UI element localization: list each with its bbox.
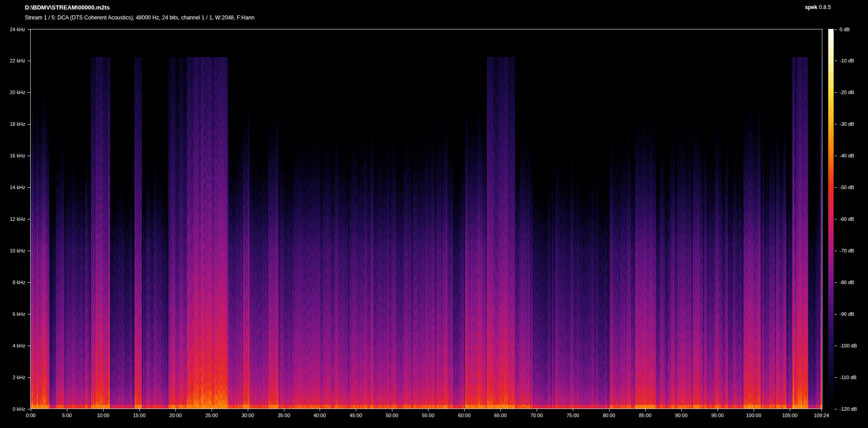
time-tick bbox=[320, 409, 320, 411]
time-tick-label: 30:00 bbox=[233, 412, 262, 418]
db-tick-label: -50 dB bbox=[840, 184, 854, 190]
db-colorbar bbox=[828, 29, 834, 409]
time-tick-label: 40:00 bbox=[305, 412, 334, 418]
db-tick-label: -80 dB bbox=[840, 279, 854, 285]
db-tick bbox=[835, 314, 837, 314]
db-tick-label: -70 dB bbox=[840, 247, 854, 254]
time-tick bbox=[139, 409, 140, 411]
freq-tick-label: 22 kHz bbox=[0, 57, 25, 64]
time-tick-label: 15:00 bbox=[125, 412, 154, 418]
freq-tick bbox=[28, 124, 30, 124]
time-tick bbox=[428, 409, 429, 411]
time-tick bbox=[537, 409, 537, 411]
time-tick-label: 20:00 bbox=[161, 412, 190, 418]
freq-tick bbox=[28, 219, 30, 219]
db-tick-label: -20 dB bbox=[840, 89, 854, 95]
time-tick bbox=[284, 409, 284, 411]
time-tick-label: 65:00 bbox=[486, 412, 515, 418]
db-tick bbox=[835, 61, 837, 61]
time-tick bbox=[790, 409, 790, 411]
time-tick bbox=[609, 409, 609, 411]
freq-tick bbox=[28, 156, 30, 156]
time-tick bbox=[681, 409, 682, 411]
freq-tick-label: 6 kHz bbox=[0, 311, 25, 317]
db-tick-label: -100 dB bbox=[840, 342, 857, 349]
freq-tick-label: 0 kHz bbox=[0, 406, 25, 412]
db-tick-label: -60 dB bbox=[840, 216, 854, 222]
freq-tick-label: 24 kHz bbox=[0, 26, 25, 33]
time-tick bbox=[754, 409, 754, 411]
time-tick bbox=[392, 409, 392, 411]
time-tick-label: 60:00 bbox=[450, 412, 479, 418]
freq-tick-label: 20 kHz bbox=[0, 89, 25, 95]
time-tick bbox=[821, 409, 822, 411]
freq-tick-label: 18 kHz bbox=[0, 121, 25, 127]
db-tick bbox=[835, 282, 837, 283]
time-tick bbox=[175, 409, 176, 411]
freq-tick bbox=[28, 377, 30, 378]
db-tick-label: -110 dB bbox=[840, 374, 857, 380]
spectrogram-canvas bbox=[31, 29, 822, 409]
file-path-title: D:\BDMV\STREAM\00000.m2ts bbox=[25, 4, 110, 11]
time-tick-label: 55:00 bbox=[414, 412, 443, 418]
time-tick bbox=[645, 409, 646, 411]
db-tick bbox=[835, 219, 837, 219]
db-tick-label: 0 dB bbox=[840, 26, 850, 33]
time-tick-label: 75:00 bbox=[558, 412, 587, 418]
time-tick-label: 70:00 bbox=[522, 412, 551, 418]
app-version: spek 0.8.5 bbox=[805, 4, 831, 10]
time-tick bbox=[500, 409, 501, 411]
time-tick bbox=[573, 409, 573, 411]
time-tick-label: 10:00 bbox=[89, 412, 118, 418]
time-tick-label: 50:00 bbox=[377, 412, 406, 418]
freq-tick-label: 8 kHz bbox=[0, 279, 25, 285]
freq-tick bbox=[28, 409, 30, 409]
time-tick-label: 80:00 bbox=[594, 412, 623, 418]
time-tick bbox=[717, 409, 718, 411]
freq-tick bbox=[28, 251, 30, 251]
db-tick bbox=[835, 251, 837, 251]
freq-tick-label: 2 kHz bbox=[0, 374, 25, 380]
freq-tick bbox=[28, 282, 30, 283]
db-tick-label: -40 dB bbox=[840, 152, 854, 159]
freq-tick bbox=[28, 29, 30, 30]
app-name: spek bbox=[805, 4, 817, 10]
time-tick-label: 95:00 bbox=[703, 412, 732, 418]
db-tick bbox=[835, 124, 837, 124]
time-tick bbox=[212, 409, 212, 411]
time-tick bbox=[356, 409, 356, 411]
time-tick-label: 0:00 bbox=[16, 412, 45, 418]
time-tick-label: 25:00 bbox=[197, 412, 226, 418]
db-tick-label: -30 dB bbox=[840, 121, 854, 127]
time-tick-label: 35:00 bbox=[269, 412, 298, 418]
time-tick-label: 45:00 bbox=[341, 412, 370, 418]
spectrogram-plot-area bbox=[30, 29, 822, 409]
time-tick-label: 105:00 bbox=[775, 412, 804, 418]
db-tick bbox=[835, 346, 837, 346]
freq-tick-label: 10 kHz bbox=[0, 247, 25, 254]
freq-tick bbox=[28, 346, 30, 346]
freq-tick-label: 12 kHz bbox=[0, 216, 25, 222]
time-tick bbox=[103, 409, 104, 411]
stream-info-text: Stream 1 / 5: DCA (DTS Coherent Acoustic… bbox=[25, 14, 255, 21]
freq-tick-label: 16 kHz bbox=[0, 152, 25, 159]
freq-tick bbox=[28, 314, 30, 314]
db-tick bbox=[835, 29, 837, 30]
time-tick-label: 100:00 bbox=[739, 412, 768, 418]
db-tick bbox=[835, 377, 837, 378]
time-tick-label: 5:00 bbox=[52, 412, 81, 418]
db-tick bbox=[835, 156, 837, 156]
time-tick bbox=[464, 409, 465, 411]
db-tick-label: -10 dB bbox=[840, 57, 854, 64]
time-tick-label: 109:24 bbox=[807, 412, 836, 418]
db-tick bbox=[835, 409, 837, 409]
db-tick-label: -90 dB bbox=[840, 311, 854, 317]
time-tick bbox=[67, 409, 67, 411]
freq-tick-label: 14 kHz bbox=[0, 184, 25, 190]
freq-tick bbox=[28, 187, 30, 188]
time-tick-label: 85:00 bbox=[631, 412, 660, 418]
app-version-number: 0.8.5 bbox=[819, 4, 831, 10]
db-tick bbox=[835, 92, 837, 93]
time-tick bbox=[248, 409, 248, 411]
db-tick-label: -120 dB bbox=[840, 406, 857, 412]
